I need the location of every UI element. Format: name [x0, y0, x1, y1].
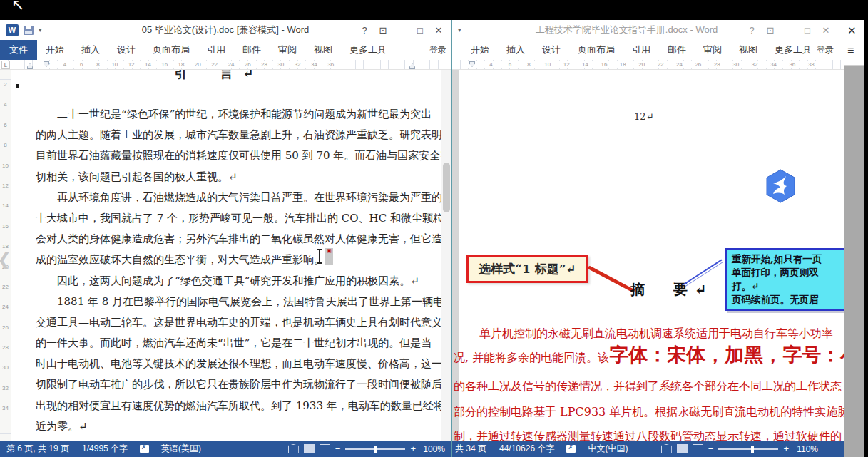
- ribbon-tab[interactable]: 更多工具: [341, 43, 395, 56]
- ribbon-tab[interactable]: 设计: [108, 43, 144, 56]
- style-callout-box[interactable]: 选样式“1 标题”↵: [466, 255, 588, 283]
- ruler-number: 18: [173, 61, 189, 68]
- right-title-bar: ▾ 工程技术学院毕业论文指导手册.docx - Word ? ⊡ – □ ✕: [452, 20, 844, 40]
- ruler-number: 26: [689, 61, 708, 68]
- proofing-status-icon[interactable]: [140, 445, 149, 453]
- ruler-number: 30: [0, 364, 11, 384]
- red-text-line: 况, 并能将多余的电能回溃。该字体：宋体，加黑，字号：小二: [454, 342, 844, 368]
- minimize-button[interactable]: –: [392, 21, 411, 39]
- text-line: 二十一世纪是“绿色环保”的世纪，环境保护和能源节约问题成为新世纪最为突出: [36, 104, 441, 125]
- ribbon-tab[interactable]: 引用: [198, 43, 234, 56]
- read-mode-button[interactable]: [288, 444, 299, 453]
- ribbon-tab[interactable]: 页面布局: [569, 43, 623, 56]
- right-status-bar: 共 34 页 44/10626 个字 中文(中国) − + 110%: [452, 441, 844, 457]
- zoom-in-button[interactable]: +: [783, 443, 789, 454]
- ribbon-tab[interactable]: 开始: [462, 43, 498, 56]
- zoom-out-button[interactable]: −: [335, 443, 341, 454]
- ruler-number: 16: [0, 223, 11, 243]
- zoom-slider-thumb[interactable]: [751, 446, 754, 453]
- zoom-out-button[interactable]: −: [708, 443, 714, 454]
- text-line: 的一件大事。而此时，燃油汽车还尚未“出世”，它是在二十世纪初才出现的。但是当: [36, 333, 441, 354]
- sign-in-link[interactable]: 登录: [429, 44, 446, 56]
- red-text-line: 制，并通过转速传感器测量转速通过八段数码管动态显示转速，通过软硬件的: [454, 422, 842, 441]
- text-line: 1881 年 8 月在巴黎举行的国际电气展览会上，法国特鲁夫展出了世界上第一辆电…: [36, 292, 441, 312]
- zoom-percentage[interactable]: 100%: [421, 444, 445, 454]
- document-page[interactable]: 12↵ 单片机控制的永磁无刷直流电动机调速系统适用于电动自行车等小功率 况, 并…: [452, 70, 844, 441]
- ruler-number: 18: [613, 61, 632, 68]
- ribbon-tab[interactable]: 审阅: [695, 43, 730, 56]
- ruler-number: 26: [240, 61, 256, 68]
- ruler-number: 12: [0, 183, 11, 202]
- help-button[interactable]: ?: [355, 21, 374, 39]
- text-line: 会对人类的身体健康造成危害；另外汽车排出的二氧化碳虽然对人体健康无害，但它造: [36, 229, 441, 250]
- maximize-button[interactable]: □: [411, 21, 429, 39]
- collapse-sidebar-chevron-icon[interactable]: ❮: [0, 250, 11, 269]
- thunder-download-icon[interactable]: [765, 169, 797, 203]
- document-page[interactable]: 246810121416182022242628303234 引 言↵ 二十一世…: [0, 70, 451, 441]
- read-mode-button[interactable]: [661, 444, 672, 453]
- zoom-slider[interactable]: [345, 448, 405, 450]
- ruler-number: 2: [0, 81, 11, 101]
- tab-file[interactable]: 文件: [0, 40, 37, 60]
- ruler-number: 34: [764, 61, 782, 68]
- zoom-slider-thumb[interactable]: [374, 446, 377, 453]
- ribbon-tab[interactable]: 页面布局: [144, 43, 198, 56]
- zoom-percentage[interactable]: 110%: [794, 444, 818, 454]
- note-line: 单面打印，两页则双: [732, 266, 840, 279]
- ribbon-display-button[interactable]: ⊡: [761, 21, 780, 39]
- text-line: 时由于电动机、电池等关键技术的发展还很不理想，而且电动车速度慢、价格高，这一: [36, 354, 441, 374]
- panel-menu-icon[interactable]: ≡: [847, 44, 854, 57]
- sign-in-link[interactable]: 登录: [817, 44, 834, 56]
- language-indicator[interactable]: 英语(美国): [155, 443, 208, 455]
- print-layout-button[interactable]: [677, 444, 688, 453]
- note-callout-box[interactable]: 重新开始,如只有一页单面打印，两页则双打。↵页码续前页。无页眉: [725, 248, 844, 311]
- maximize-button[interactable]: □: [798, 21, 817, 39]
- minimize-button[interactable]: –: [780, 21, 798, 39]
- ruler-number: 22: [206, 61, 223, 68]
- scrollbar-thumb[interactable]: [443, 163, 450, 212]
- close-button[interactable]: ✕: [429, 21, 448, 39]
- ruler-number: 30: [726, 61, 745, 68]
- help-button[interactable]: ?: [742, 21, 761, 39]
- ribbon-tab[interactable]: 开始: [37, 43, 73, 56]
- proofing-status-icon[interactable]: [566, 445, 576, 453]
- tab-selector-box[interactable]: L: [1, 61, 10, 69]
- ribbon-tab[interactable]: 插入: [498, 43, 533, 56]
- ruler-number: 12: [123, 61, 139, 68]
- ruler-number: 28: [708, 61, 726, 68]
- word-count[interactable]: 1/4995 个字: [76, 443, 134, 455]
- word-window-thesis: W ▾ 05 毕业论文(设计).doc [兼容模式] - Word ? ⊡ – …: [0, 20, 451, 457]
- ribbon-tab[interactable]: 设计: [533, 43, 569, 56]
- ribbon-tab[interactable]: 邮件: [659, 43, 695, 56]
- word-window-handbook: ▾ 工程技术学院毕业论文指导手册.docx - Word ? ⊡ – □ ✕ 开…: [451, 20, 844, 457]
- ribbon-display-button[interactable]: ⊡: [374, 21, 392, 39]
- ruler-number: 6: [501, 61, 519, 68]
- section-heading: 引 言↵: [11, 70, 427, 82]
- red-text-line: 单片机控制的永磁无刷直流电动机调速系统适用于电动自行车等小功率: [479, 319, 833, 342]
- ribbon-tab[interactable]: 引用: [623, 43, 659, 56]
- print-layout-button[interactable]: [304, 444, 315, 453]
- zoom-in-button[interactable]: +: [410, 443, 416, 454]
- ribbon-tab[interactable]: 更多工具: [766, 43, 820, 56]
- ruler-number: 28: [0, 344, 11, 364]
- page-indicator[interactable]: 共 34 页: [452, 443, 493, 455]
- language-indicator[interactable]: 中文(中国): [581, 443, 634, 455]
- zoom-slider[interactable]: [718, 448, 778, 450]
- side-toolbar-panel: ✕ ≡: [844, 20, 864, 457]
- ruler-number: 14: [576, 61, 594, 68]
- text-line: 切限制了电动车推广的步伐，所以它只在贵族阶层中作为玩物流行了一段时间便被随后: [36, 374, 441, 395]
- page-indicator[interactable]: 第 6 页, 共 19 页: [0, 443, 76, 455]
- ribbon-tab[interactable]: 视图: [730, 43, 766, 56]
- panel-close-icon[interactable]: ✕: [847, 24, 857, 37]
- web-layout-button[interactable]: [320, 444, 330, 453]
- ribbon-tab[interactable]: 审阅: [270, 43, 305, 56]
- web-layout-button[interactable]: [693, 444, 703, 453]
- vertical-scrollbar[interactable]: [441, 70, 451, 441]
- word-count[interactable]: 44/10626 个字: [493, 443, 561, 455]
- ruler-number: 32: [0, 385, 11, 405]
- close-button[interactable]: ✕: [817, 21, 835, 39]
- ribbon-tab[interactable]: 邮件: [234, 43, 270, 56]
- note-line: 打。↵: [732, 279, 840, 293]
- ribbon-tab[interactable]: 插入: [73, 43, 108, 56]
- ribbon-tab[interactable]: 视图: [305, 43, 341, 56]
